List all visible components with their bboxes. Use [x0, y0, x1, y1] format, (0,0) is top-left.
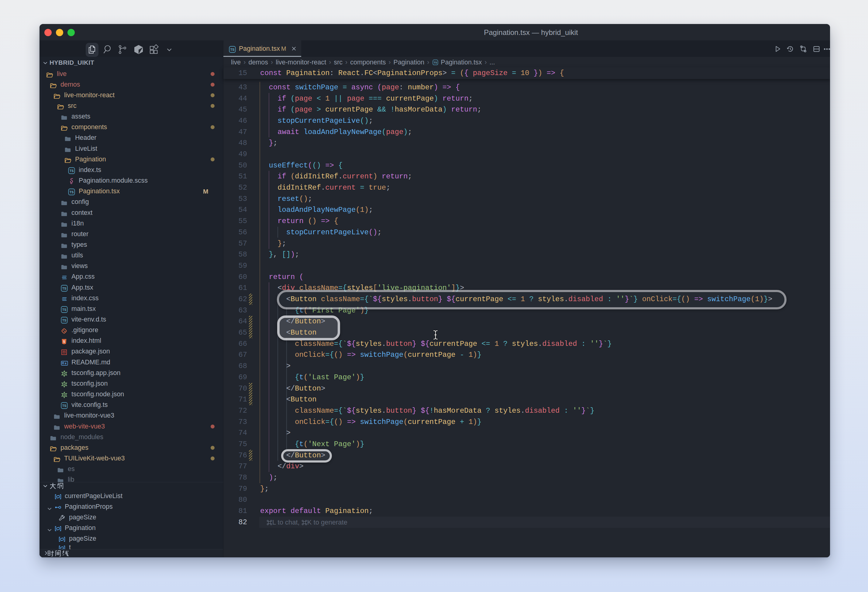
svg-text:TS: TS — [62, 308, 66, 312]
svg-text:TS: TS — [62, 319, 66, 322]
svg-text:TS: TS — [62, 286, 66, 290]
svg-text:TS: TS — [62, 404, 66, 407]
svg-text:TS: TS — [69, 169, 74, 173]
svg-text:TS: TS — [69, 190, 74, 194]
svg-text:5: 5 — [63, 340, 65, 343]
svg-text:TS: TS — [230, 48, 234, 52]
svg-text:TS: TS — [434, 61, 437, 64]
